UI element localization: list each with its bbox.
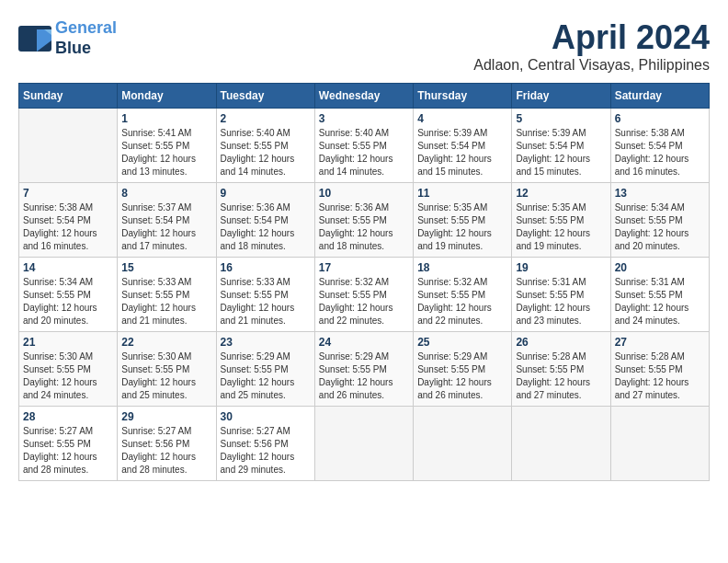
header-cell-friday: Friday	[512, 84, 610, 109]
day-info: Sunrise: 5:36 AM Sunset: 5:54 PM Dayligh…	[221, 201, 311, 253]
calendar-cell: 3Sunrise: 5:40 AM Sunset: 5:55 PM Daylig…	[314, 109, 413, 183]
day-info: Sunrise: 5:36 AM Sunset: 5:55 PM Dayligh…	[319, 201, 409, 253]
header: General Blue April 2024 Adlaon, Central …	[18, 18, 710, 74]
calendar-cell	[414, 407, 512, 481]
day-info: Sunrise: 5:28 AM Sunset: 5:55 PM Dayligh…	[615, 350, 705, 402]
header-cell-wednesday: Wednesday	[314, 84, 413, 109]
day-info: Sunrise: 5:40 AM Sunset: 5:55 PM Dayligh…	[319, 127, 409, 178]
calendar-cell: 20Sunrise: 5:31 AM Sunset: 5:55 PM Dayli…	[610, 258, 709, 332]
day-number: 11	[417, 187, 507, 200]
day-info: Sunrise: 5:35 AM Sunset: 5:55 PM Dayligh…	[516, 201, 606, 253]
calendar-cell: 26Sunrise: 5:28 AM Sunset: 5:55 PM Dayli…	[512, 332, 610, 407]
day-info: Sunrise: 5:34 AM Sunset: 5:55 PM Dayligh…	[23, 276, 113, 327]
day-number: 13	[615, 187, 705, 200]
day-number: 5	[516, 112, 606, 125]
calendar-cell: 10Sunrise: 5:36 AM Sunset: 5:55 PM Dayli…	[314, 183, 413, 258]
day-number: 18	[417, 261, 507, 274]
day-info: Sunrise: 5:31 AM Sunset: 5:55 PM Dayligh…	[516, 276, 606, 327]
header-cell-thursday: Thursday	[414, 84, 512, 109]
day-info: Sunrise: 5:29 AM Sunset: 5:55 PM Dayligh…	[417, 350, 507, 402]
day-info: Sunrise: 5:41 AM Sunset: 5:55 PM Dayligh…	[121, 127, 211, 178]
week-row-4: 21Sunrise: 5:30 AM Sunset: 5:55 PM Dayli…	[19, 332, 710, 407]
day-number: 30	[221, 410, 311, 423]
calendar-cell: 21Sunrise: 5:30 AM Sunset: 5:55 PM Dayli…	[19, 332, 118, 407]
week-row-5: 28Sunrise: 5:27 AM Sunset: 5:55 PM Dayli…	[19, 407, 710, 481]
calendar-cell: 8Sunrise: 5:37 AM Sunset: 5:54 PM Daylig…	[118, 183, 216, 258]
calendar-cell: 14Sunrise: 5:34 AM Sunset: 5:55 PM Dayli…	[19, 258, 118, 332]
day-number: 28	[23, 410, 113, 423]
day-number: 25	[417, 336, 507, 349]
calendar-cell: 7Sunrise: 5:38 AM Sunset: 5:54 PM Daylig…	[19, 183, 118, 258]
logo: General Blue	[18, 18, 117, 58]
day-number: 12	[516, 187, 606, 200]
calendar-cell: 19Sunrise: 5:31 AM Sunset: 5:55 PM Dayli…	[512, 258, 610, 332]
header-cell-tuesday: Tuesday	[216, 84, 314, 109]
day-number: 29	[121, 410, 211, 423]
day-number: 7	[23, 187, 113, 200]
page-container: General Blue April 2024 Adlaon, Central …	[18, 18, 710, 481]
day-info: Sunrise: 5:31 AM Sunset: 5:55 PM Dayligh…	[615, 276, 705, 327]
calendar-cell: 9Sunrise: 5:36 AM Sunset: 5:54 PM Daylig…	[216, 183, 314, 258]
day-number: 4	[417, 112, 507, 125]
day-number: 16	[221, 261, 311, 274]
day-number: 26	[516, 336, 606, 349]
day-number: 24	[319, 336, 409, 349]
calendar-cell: 16Sunrise: 5:33 AM Sunset: 5:55 PM Dayli…	[216, 258, 314, 332]
calendar-cell: 30Sunrise: 5:27 AM Sunset: 5:56 PM Dayli…	[216, 407, 314, 481]
header-row: SundayMondayTuesdayWednesdayThursdayFrid…	[19, 84, 710, 109]
month-title: April 2024	[473, 18, 710, 57]
logo-text: General Blue	[55, 18, 117, 58]
logo-icon	[18, 26, 51, 52]
calendar-cell: 28Sunrise: 5:27 AM Sunset: 5:55 PM Dayli…	[19, 407, 118, 481]
day-number: 10	[319, 187, 409, 200]
calendar-table: SundayMondayTuesdayWednesdayThursdayFrid…	[18, 83, 710, 481]
day-number: 21	[23, 336, 113, 349]
day-number: 14	[23, 261, 113, 274]
day-info: Sunrise: 5:32 AM Sunset: 5:55 PM Dayligh…	[319, 276, 409, 327]
day-number: 27	[615, 336, 705, 349]
calendar-cell: 4Sunrise: 5:39 AM Sunset: 5:54 PM Daylig…	[414, 109, 512, 183]
day-number: 3	[319, 112, 409, 125]
calendar-cell: 23Sunrise: 5:29 AM Sunset: 5:55 PM Dayli…	[216, 332, 314, 407]
calendar-cell: 2Sunrise: 5:40 AM Sunset: 5:55 PM Daylig…	[216, 109, 314, 183]
day-info: Sunrise: 5:29 AM Sunset: 5:55 PM Dayligh…	[221, 350, 311, 402]
day-number: 6	[615, 112, 705, 125]
header-cell-monday: Monday	[118, 84, 216, 109]
day-info: Sunrise: 5:40 AM Sunset: 5:55 PM Dayligh…	[221, 127, 311, 178]
calendar-cell	[19, 109, 118, 183]
day-info: Sunrise: 5:38 AM Sunset: 5:54 PM Dayligh…	[615, 127, 705, 178]
day-info: Sunrise: 5:33 AM Sunset: 5:55 PM Dayligh…	[121, 276, 211, 327]
calendar-cell: 11Sunrise: 5:35 AM Sunset: 5:55 PM Dayli…	[414, 183, 512, 258]
day-info: Sunrise: 5:33 AM Sunset: 5:55 PM Dayligh…	[221, 276, 311, 327]
calendar-cell: 18Sunrise: 5:32 AM Sunset: 5:55 PM Dayli…	[414, 258, 512, 332]
day-info: Sunrise: 5:30 AM Sunset: 5:55 PM Dayligh…	[23, 350, 113, 402]
day-number: 19	[516, 261, 606, 274]
location-title: Adlaon, Central Visayas, Philippines	[473, 57, 710, 74]
day-info: Sunrise: 5:39 AM Sunset: 5:54 PM Dayligh…	[417, 127, 507, 178]
day-number: 9	[221, 187, 311, 200]
day-info: Sunrise: 5:27 AM Sunset: 5:55 PM Dayligh…	[23, 425, 113, 477]
calendar-cell: 25Sunrise: 5:29 AM Sunset: 5:55 PM Dayli…	[414, 332, 512, 407]
calendar-cell: 29Sunrise: 5:27 AM Sunset: 5:56 PM Dayli…	[118, 407, 216, 481]
header-cell-saturday: Saturday	[610, 84, 709, 109]
calendar-cell: 1Sunrise: 5:41 AM Sunset: 5:55 PM Daylig…	[118, 109, 216, 183]
day-info: Sunrise: 5:30 AM Sunset: 5:55 PM Dayligh…	[121, 350, 211, 402]
day-info: Sunrise: 5:38 AM Sunset: 5:54 PM Dayligh…	[23, 201, 113, 253]
day-number: 17	[319, 261, 409, 274]
day-info: Sunrise: 5:27 AM Sunset: 5:56 PM Dayligh…	[221, 425, 311, 477]
day-info: Sunrise: 5:28 AM Sunset: 5:55 PM Dayligh…	[516, 350, 606, 402]
week-row-2: 7Sunrise: 5:38 AM Sunset: 5:54 PM Daylig…	[19, 183, 710, 258]
calendar-cell: 27Sunrise: 5:28 AM Sunset: 5:55 PM Dayli…	[610, 332, 709, 407]
calendar-cell: 24Sunrise: 5:29 AM Sunset: 5:55 PM Dayli…	[314, 332, 413, 407]
calendar-cell	[314, 407, 413, 481]
day-info: Sunrise: 5:27 AM Sunset: 5:56 PM Dayligh…	[121, 425, 211, 477]
calendar-cell	[610, 407, 709, 481]
day-number: 2	[221, 112, 311, 125]
calendar-cell	[512, 407, 610, 481]
day-number: 15	[121, 261, 211, 274]
day-info: Sunrise: 5:32 AM Sunset: 5:55 PM Dayligh…	[417, 276, 507, 327]
day-info: Sunrise: 5:29 AM Sunset: 5:55 PM Dayligh…	[319, 350, 409, 402]
week-row-3: 14Sunrise: 5:34 AM Sunset: 5:55 PM Dayli…	[19, 258, 710, 332]
day-number: 1	[121, 112, 211, 125]
day-info: Sunrise: 5:35 AM Sunset: 5:55 PM Dayligh…	[417, 201, 507, 253]
